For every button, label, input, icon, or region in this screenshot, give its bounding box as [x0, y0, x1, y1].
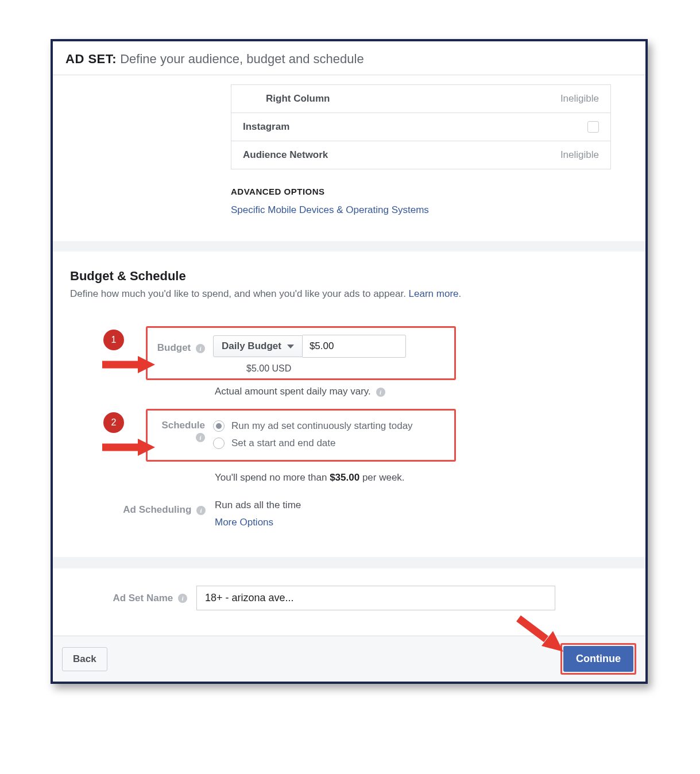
radio-label: Run my ad set continuously starting toda… [231, 420, 413, 432]
callout-badge-2: 2 [103, 412, 124, 433]
info-icon[interactable]: i [196, 344, 205, 353]
radio-label: Set a start and end date [231, 438, 335, 449]
radio-icon [213, 420, 225, 432]
budget-label: Budget i [153, 339, 213, 354]
header: AD SET: Define your audience, budget and… [53, 41, 645, 75]
info-icon[interactable]: i [196, 506, 206, 515]
budget-type-dropdown[interactable]: Daily Budget [213, 335, 303, 357]
advanced-options-title: ADVANCED OPTIONS [231, 187, 611, 196]
callout-badge-1: 1 [103, 330, 124, 350]
placement-status: Ineligible [560, 93, 599, 105]
placement-right-column[interactable]: Right Column Ineligible [231, 84, 611, 113]
budget-schedule-subtitle: Define how much you'd like to spend, and… [70, 288, 628, 300]
budget-schedule-title: Budget & Schedule [70, 269, 628, 284]
budget-amount-input[interactable] [303, 335, 406, 358]
budget-type-label: Daily Budget [222, 340, 281, 352]
placement-label: Instagram [243, 121, 587, 133]
divider [53, 241, 645, 251]
placement-instagram[interactable]: Instagram [231, 113, 611, 141]
divider [53, 557, 645, 568]
subtitle-text: Define how much you'd like to spend, and… [70, 288, 409, 299]
info-icon[interactable]: i [376, 388, 385, 397]
arrow-icon [511, 610, 568, 656]
header-desc: Define your audience, budget and schedul… [120, 52, 363, 66]
schedule-highlight: Schedule i Run my ad set continuously st… [146, 409, 456, 462]
info-icon[interactable]: i [196, 433, 205, 442]
budget-highlight: Budget i Daily Budget $5.00 USD [146, 326, 456, 380]
svg-marker-3 [138, 439, 155, 456]
placement-status: Ineligible [560, 149, 599, 161]
arrow-icon [100, 355, 155, 374]
learn-more-link[interactable]: Learn more [409, 288, 459, 299]
info-icon[interactable]: i [178, 594, 187, 603]
form-area: 1 Budget i Daily Budget [70, 326, 628, 528]
more-options-link[interactable]: More Options [215, 517, 273, 528]
arrow-icon [100, 438, 155, 457]
devices-os-link[interactable]: Specific Mobile Devices & Operating Syst… [231, 204, 611, 216]
back-button[interactable]: Back [62, 647, 107, 671]
ad-set-window: AD SET: Define your audience, budget and… [51, 39, 648, 684]
schedule-startend-radio[interactable]: Set a start and end date [213, 435, 413, 452]
continue-highlight: Continue [560, 643, 636, 675]
svg-line-4 [519, 618, 546, 639]
ad-set-name-label: Ad Set Name i [70, 593, 196, 604]
ad-set-name-input[interactable] [196, 586, 555, 610]
radio-icon [213, 438, 225, 449]
placements-panel: Right Column Ineligible Instagram Audien… [231, 81, 611, 216]
advanced-options: ADVANCED OPTIONS Specific Mobile Devices… [231, 187, 611, 216]
spend-note: You'll spend no more than $35.00 per wee… [215, 472, 628, 483]
continue-button[interactable]: Continue [563, 646, 633, 672]
schedule-label: Schedule i [153, 417, 213, 452]
svg-marker-1 [138, 356, 155, 373]
ad-scheduling-label: Ad Scheduling i [70, 500, 215, 516]
budget-usd-text: $5.00 USD [246, 363, 448, 374]
caret-down-icon [287, 345, 294, 349]
placement-label: Audience Network [243, 149, 560, 161]
placement-audience-network[interactable]: Audience Network Ineligible [231, 141, 611, 169]
footer: Back Continue [53, 636, 645, 682]
instagram-checkbox[interactable] [587, 121, 599, 133]
header-prefix: AD SET: [65, 52, 117, 66]
content-area: Right Column Ineligible Instagram Audien… [53, 75, 645, 636]
ad-scheduling-value: Run ads all the time [215, 500, 628, 511]
budget-note: Actual amount spent daily may vary. i [215, 386, 628, 397]
schedule-continuous-radio[interactable]: Run my ad set continuously starting toda… [213, 417, 413, 435]
placement-label: Right Column [243, 93, 560, 105]
